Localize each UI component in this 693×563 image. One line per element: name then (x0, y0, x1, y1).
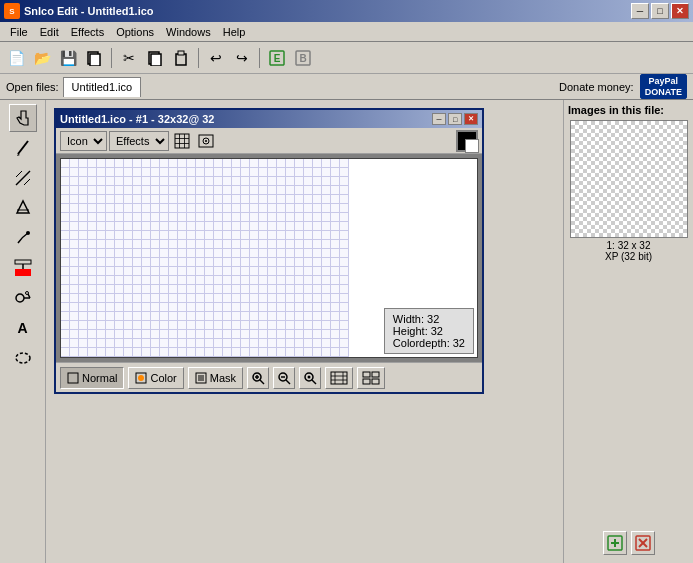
grid-cell[interactable] (106, 339, 115, 348)
grid-cell[interactable] (232, 231, 241, 240)
grid-cell[interactable] (340, 222, 349, 231)
grid-cell[interactable] (169, 312, 178, 321)
grid-cell[interactable] (70, 258, 79, 267)
grid-cell[interactable] (250, 231, 259, 240)
grid-cell[interactable] (241, 168, 250, 177)
grid-cell[interactable] (268, 213, 277, 222)
grid-cell[interactable] (115, 204, 124, 213)
grid-cell[interactable] (313, 204, 322, 213)
grid-cell[interactable] (79, 330, 88, 339)
grid-cell[interactable] (322, 330, 331, 339)
grid-cell[interactable] (79, 240, 88, 249)
grid-cell[interactable] (313, 330, 322, 339)
grid-cell[interactable] (286, 276, 295, 285)
grid-cell[interactable] (79, 276, 88, 285)
grid-cell[interactable] (259, 258, 268, 267)
icon-select[interactable]: Icon (60, 131, 107, 151)
grid-cell[interactable] (142, 267, 151, 276)
grid-cell[interactable] (88, 204, 97, 213)
grid-cell[interactable] (214, 204, 223, 213)
grid-cell[interactable] (205, 177, 214, 186)
grid-cell[interactable] (97, 195, 106, 204)
redo-button[interactable]: ↪ (230, 46, 254, 70)
menu-effects[interactable]: Effects (65, 25, 110, 39)
grid-cell[interactable] (322, 303, 331, 312)
grid-cell[interactable] (61, 213, 70, 222)
grid-cell[interactable] (295, 204, 304, 213)
grid-cell[interactable] (70, 285, 79, 294)
grid-cell[interactable] (250, 168, 259, 177)
grid-cell[interactable] (124, 186, 133, 195)
grid-button[interactable] (171, 130, 193, 152)
grid-cell[interactable] (205, 339, 214, 348)
zoom-out-button[interactable] (273, 367, 295, 389)
grid-cell[interactable] (115, 294, 124, 303)
view-color-button[interactable]: Color (128, 367, 183, 389)
background-color[interactable] (465, 139, 479, 153)
grid-cell[interactable] (304, 285, 313, 294)
grid-cell[interactable] (232, 177, 241, 186)
grid-cell[interactable] (97, 258, 106, 267)
grid-cell[interactable] (115, 222, 124, 231)
grid-cell[interactable] (295, 348, 304, 357)
grid-cell[interactable] (304, 303, 313, 312)
grid-cell[interactable] (115, 258, 124, 267)
grid-cell[interactable] (178, 231, 187, 240)
grid-cell[interactable] (88, 267, 97, 276)
grid-cell[interactable] (151, 159, 160, 168)
grid-cell[interactable] (160, 294, 169, 303)
text-tool[interactable]: A (9, 314, 37, 342)
grid-cell[interactable] (97, 231, 106, 240)
grid-cell[interactable] (313, 195, 322, 204)
grid-cell[interactable] (97, 168, 106, 177)
grid-cell[interactable] (205, 312, 214, 321)
grid-cell[interactable] (142, 195, 151, 204)
grid-cell[interactable] (151, 231, 160, 240)
grid-cell[interactable] (286, 303, 295, 312)
grid-cell[interactable] (268, 222, 277, 231)
grid-cell[interactable] (223, 339, 232, 348)
grid-cell[interactable] (196, 204, 205, 213)
grid-cell[interactable] (304, 258, 313, 267)
grid-cell[interactable] (322, 294, 331, 303)
grid-cell[interactable] (88, 222, 97, 231)
grid-cell[interactable] (79, 303, 88, 312)
grid-cell[interactable] (304, 249, 313, 258)
delete-image-button[interactable] (631, 531, 655, 555)
grid-cell[interactable] (151, 177, 160, 186)
grid-cell[interactable] (205, 222, 214, 231)
grid-cell[interactable] (169, 195, 178, 204)
grid-cell[interactable] (97, 222, 106, 231)
grid-cell[interactable] (97, 276, 106, 285)
view-mask-button[interactable]: Mask (188, 367, 243, 389)
grid-cell[interactable] (286, 249, 295, 258)
grid-cell[interactable] (169, 249, 178, 258)
grid-cell[interactable] (106, 204, 115, 213)
grid-cell[interactable] (187, 249, 196, 258)
grid-cell[interactable] (88, 195, 97, 204)
grid-cell[interactable] (142, 186, 151, 195)
grid-cell[interactable] (259, 159, 268, 168)
grid-cell[interactable] (160, 267, 169, 276)
grid-cell[interactable] (97, 159, 106, 168)
grid-cell[interactable] (331, 276, 340, 285)
grid-cell[interactable] (142, 231, 151, 240)
grid-cell[interactable] (250, 213, 259, 222)
grid-cell[interactable] (61, 348, 70, 357)
grid-cell[interactable] (340, 339, 349, 348)
grid-cell[interactable] (79, 177, 88, 186)
grid-cell[interactable] (124, 240, 133, 249)
grid-cell[interactable] (232, 294, 241, 303)
grid-cell[interactable] (61, 321, 70, 330)
grid-cell[interactable] (187, 294, 196, 303)
grid-cell[interactable] (232, 267, 241, 276)
grid-cell[interactable] (241, 348, 250, 357)
grid-cell[interactable] (133, 213, 142, 222)
grid-cell[interactable] (115, 285, 124, 294)
grid-cell[interactable] (286, 348, 295, 357)
grid-cell[interactable] (106, 222, 115, 231)
copy-button[interactable] (143, 46, 167, 70)
grid-cell[interactable] (187, 222, 196, 231)
grid-cell[interactable] (250, 294, 259, 303)
grid-cell[interactable] (79, 348, 88, 357)
